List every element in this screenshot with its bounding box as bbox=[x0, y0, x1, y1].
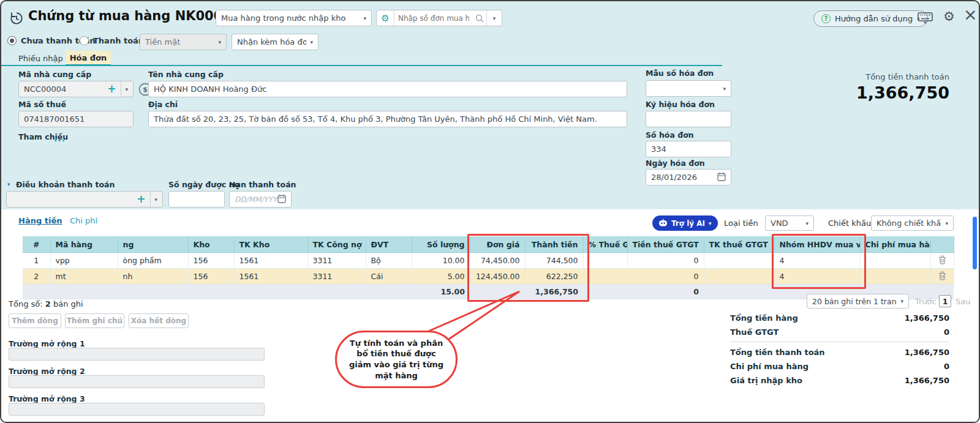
ext-field-2-input[interactable] bbox=[9, 375, 265, 388]
plus-icon[interactable]: + bbox=[137, 194, 145, 204]
add-row-button[interactable]: Thêm dòng bbox=[9, 313, 61, 328]
radio-pay-now[interactable] bbox=[80, 36, 89, 45]
invoice-date-input[interactable]: 28/01/2026 bbox=[646, 169, 731, 185]
vertical-scrollbar[interactable] bbox=[973, 217, 977, 269]
tab-hang-tien[interactable]: Hàng tiền bbox=[18, 216, 62, 225]
ext-field-1-label: Trường mở rộng 1 bbox=[9, 339, 85, 348]
add-note-button[interactable]: Thêm ghi chú bbox=[65, 313, 124, 328]
payment-terms-combobox[interactable]: + ▾ bbox=[6, 191, 163, 208]
order-search-input[interactable] bbox=[394, 10, 473, 26]
cell[interactable] bbox=[704, 253, 774, 269]
summary-value: 0 bbox=[797, 362, 949, 371]
summary-label: Tổng tiền hàng bbox=[730, 313, 798, 323]
shortcut-keyboard-button[interactable] bbox=[918, 12, 933, 27]
grand-total-label: Tổng tiền thanh toán bbox=[767, 72, 949, 81]
invoice-template-dropdown[interactable]: ▾ bbox=[646, 80, 731, 97]
cell[interactable]: vpp bbox=[50, 253, 118, 269]
address-input[interactable] bbox=[148, 111, 627, 127]
cell[interactable] bbox=[583, 269, 627, 285]
order-settings-button[interactable]: ⚙ bbox=[377, 10, 394, 26]
ext-field-3-input[interactable] bbox=[9, 403, 265, 416]
invoice-date-value: 28/01/2026 bbox=[651, 173, 717, 182]
cell[interactable]: 1561 bbox=[234, 269, 307, 285]
ext-field-1-input[interactable] bbox=[9, 348, 265, 361]
current-page-box[interactable]: 1 bbox=[939, 295, 951, 307]
cell[interactable]: 10.00 bbox=[412, 253, 470, 269]
supplier-name-input[interactable] bbox=[148, 81, 627, 97]
chevron-down-icon: ▾ bbox=[310, 39, 313, 45]
keyboard-icon bbox=[918, 12, 933, 24]
cell[interactable]: 744,500 bbox=[525, 253, 583, 269]
cell[interactable]: nh bbox=[118, 269, 188, 285]
due-date-placeholder: DD/MM/YYYY bbox=[235, 195, 277, 204]
tab-phieu-nhap[interactable]: Phiếu nhập bbox=[18, 54, 63, 63]
invoice-number-input[interactable] bbox=[646, 141, 731, 157]
tab-hoa-don-label: Hóa đơn bbox=[70, 53, 107, 62]
row-delete-button[interactable] bbox=[930, 253, 954, 269]
tab-chi-phi[interactable]: Chi phí bbox=[70, 216, 97, 225]
plus-icon[interactable]: + bbox=[107, 84, 116, 94]
cell[interactable]: 4 bbox=[774, 269, 860, 285]
next-page-button[interactable]: Sau bbox=[956, 297, 970, 306]
invoice-mode-dropdown[interactable]: Nhận kèm hóa đơn ▾ bbox=[232, 34, 318, 50]
cell[interactable]: 4 bbox=[774, 253, 860, 269]
cell[interactable] bbox=[860, 269, 930, 285]
tax-code-input[interactable] bbox=[18, 111, 134, 127]
tabs-divider bbox=[1, 65, 722, 66]
debt-days-input[interactable] bbox=[168, 191, 225, 208]
ai-assistant-button[interactable]: Trợ lý AI ▾ bbox=[652, 215, 718, 231]
cell[interactable]: Bộ bbox=[366, 253, 412, 269]
summary-label: Chi phí mua hàng bbox=[730, 362, 809, 371]
cell[interactable] bbox=[583, 253, 627, 269]
search-icon[interactable] bbox=[473, 10, 486, 26]
cell[interactable]: 74,450.00 bbox=[470, 253, 525, 269]
cell[interactable]: 3311 bbox=[307, 253, 366, 269]
close-button[interactable]: × bbox=[963, 6, 978, 23]
divider bbox=[121, 81, 121, 97]
settings-button[interactable]: ⚙ bbox=[943, 9, 955, 24]
chevron-down-icon[interactable]: ▾ bbox=[125, 86, 128, 92]
cell[interactable]: 1561 bbox=[234, 253, 307, 269]
clear-rows-button[interactable]: Xóa hết dòng bbox=[129, 313, 189, 328]
row-delete-button[interactable] bbox=[930, 269, 954, 285]
summary-value: 1,366,750 bbox=[797, 376, 949, 385]
cell[interactable]: 156 bbox=[188, 269, 234, 285]
invoice-serial-input[interactable] bbox=[646, 111, 731, 127]
supplier-code-combobox[interactable]: NCC00004 + ▾ bbox=[18, 81, 134, 97]
collapse-caret-icon[interactable]: ▾ bbox=[7, 181, 10, 187]
chevron-down-icon[interactable]: ▾ bbox=[154, 197, 157, 203]
payment-method-dropdown[interactable]: Tiền mặt ▾ bbox=[140, 34, 227, 50]
cell[interactable]: 156 bbox=[188, 253, 234, 269]
tab-hoa-don[interactable]: Hóa đơn bbox=[66, 51, 111, 66]
order-search-dropdown-button[interactable]: ▾ bbox=[486, 10, 502, 26]
discount-dropdown[interactable]: Không chiết khấu ▾ bbox=[871, 215, 954, 231]
cell[interactable]: 0 bbox=[627, 253, 704, 269]
cell[interactable]: mt bbox=[50, 269, 118, 285]
cell[interactable] bbox=[704, 269, 774, 285]
cell[interactable]: òng phẩm bbox=[118, 253, 188, 269]
due-date-input[interactable]: DD/MM/YYYY bbox=[229, 191, 292, 208]
prev-page-button[interactable]: Trước bbox=[915, 297, 937, 306]
invoice-serial-label: Ký hiệu hóa đơn bbox=[646, 100, 715, 109]
record-count-number: 2 bbox=[45, 299, 51, 309]
grand-total-value: 1,366,750 bbox=[767, 83, 949, 102]
help-guide-button[interactable]: ? Hướng dẫn sử dụng ▾ bbox=[813, 10, 928, 27]
reference-more-link[interactable]: ... bbox=[54, 133, 66, 143]
total-tax: 0 bbox=[627, 285, 704, 299]
currency-dropdown[interactable]: VND ▾ bbox=[765, 215, 814, 231]
cell[interactable] bbox=[860, 253, 930, 269]
radio-not-paid[interactable] bbox=[7, 36, 17, 45]
col-tk-cong-no: TK Công nợ bbox=[307, 236, 366, 253]
page-size-dropdown[interactable]: 20 bản ghi trên 1 trang ▾ bbox=[807, 294, 909, 309]
cell[interactable]: 0 bbox=[627, 269, 704, 285]
col-thanh-tien: Thành tiền bbox=[525, 236, 583, 253]
cell[interactable]: 2 bbox=[23, 269, 50, 285]
cell[interactable]: 622,250 bbox=[525, 269, 583, 285]
cell[interactable]: 1 bbox=[23, 253, 50, 269]
ai-assistant-label: Trợ lý AI bbox=[671, 219, 705, 228]
chevron-down-icon: ▾ bbox=[709, 220, 712, 226]
purchase-type-dropdown[interactable]: Mua hàng trong nước nhập kho ▾ bbox=[216, 10, 372, 26]
col-tk-thue: TK thuế GTGT bbox=[704, 236, 774, 253]
summary-label: Thuế GTGT bbox=[730, 328, 778, 337]
cell[interactable]: 3311 bbox=[307, 269, 366, 285]
